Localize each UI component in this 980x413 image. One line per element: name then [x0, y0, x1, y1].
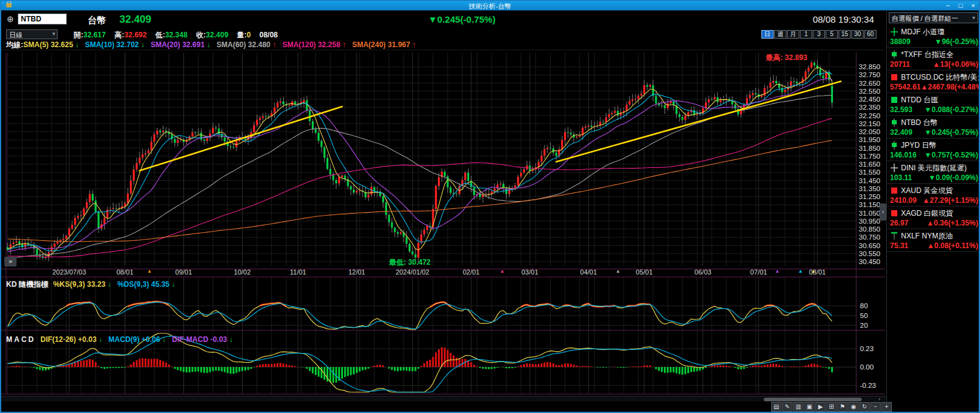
date-axis-label: 11/01 — [290, 268, 306, 276]
watchlist-item[interactable]: NTBD 台幣32.409▼0.245(-0.75%) — [887, 116, 980, 138]
quote-change: ▲0.08(+0.11%) — [927, 241, 978, 250]
sma-legend-item: SMA(120) 32.258 ↑ — [282, 40, 346, 49]
indicator-value: MACD(9) +0.06 ↓ — [108, 335, 166, 344]
app-window: 技術分析-台幣 − □ × ⊕ 台幣 32.409 ▼0.245(-0.75%)… — [0, 0, 980, 413]
quote-value: 20711 — [890, 60, 910, 69]
period-dropdown[interactable]: 日線 ▾ — [6, 29, 58, 39]
ohlc-value: 32.617 — [83, 31, 106, 39]
refresh-icon[interactable]: ↻ — [859, 402, 870, 412]
watchlist-item[interactable]: XAUD 黃金現貨2410.09▲27.29(+1.15%) — [887, 184, 980, 206]
rewind-button[interactable]: » — [4, 257, 17, 267]
timeframe-button-週[interactable]: 週 — [774, 30, 786, 39]
watchlist-item-name-row: DINI 美元指數(延遲) — [890, 163, 978, 173]
price-axis-label: 30.850 — [859, 225, 880, 233]
trend-arrow-icon: ↓ — [162, 335, 166, 344]
watchlist-sidebar: 自選報價 / 自選群組一 ▾ MDJF 小道瓊38809▼96(-0.25%)*… — [886, 11, 980, 413]
quote-value: 75.31 — [890, 241, 908, 250]
watchlist-item[interactable]: *TXFF 台指近全20711▲13(+0.06%) — [887, 48, 980, 70]
indicator-value: DIF(12-26) +0.03 ↓ — [40, 335, 102, 344]
draw-icon[interactable]: ✎ — [782, 402, 793, 412]
timeframe-button-60[interactable]: 60 — [864, 30, 876, 39]
scroll-right-icon[interactable]: › — [878, 396, 880, 402]
window-title: 技術分析-台幣 — [1, 2, 979, 11]
add-symbol-icon[interactable]: ⊕ — [7, 14, 14, 24]
instrument-label: *TXFF 台指近全 — [901, 50, 954, 60]
price-chart-canvas[interactable]: 32.85032.75032.65032.55032.45032.35032.2… — [1, 50, 886, 396]
zoom-in-icon[interactable]: + — [881, 402, 892, 412]
cursor-icon[interactable]: ▶ — [815, 402, 826, 412]
sidebar-collapse-handle[interactable]: › — [880, 203, 886, 221]
quote-change: ▲13(+0.06%) — [933, 60, 978, 69]
watchlist-item[interactable]: NTDD 台匯32.593▼0.088(-0.27%) — [887, 93, 980, 116]
label-icon[interactable]: ▥ — [793, 402, 804, 412]
watchlist-item[interactable]: XAGD 白銀現貨26.97▲0.36(+1.35%) — [887, 206, 980, 229]
timeframe-button-月[interactable]: 月 — [787, 30, 799, 39]
indicator-value: DIF-MACD -0.03 ↓ — [172, 335, 233, 344]
hscrollbar-thumb[interactable] — [764, 398, 862, 401]
ohlc-value: 32.348 — [165, 31, 187, 39]
quote-change: ▼0.09(-0.09%) — [929, 173, 978, 182]
symbol-input[interactable] — [18, 13, 67, 25]
print-icon[interactable]: ▣ — [804, 402, 815, 412]
price-axis-label: 30.550 — [859, 250, 880, 257]
trend-arrow-icon: ↓ — [107, 280, 111, 289]
quote-change: ▲0.36(+1.35%) — [927, 219, 978, 227]
instrument-icon — [890, 73, 899, 81]
price-axis-label: 31.450 — [859, 177, 880, 184]
ohlc-value: 08/08 — [260, 31, 278, 39]
chart-hscrollbar[interactable]: › — [1, 396, 886, 401]
date-axis-label: 12/01 — [349, 268, 366, 276]
instrument-label: DINI 美元指數(延遲) — [901, 163, 967, 173]
watchlist-item-name-row: JPYD 日幣 — [890, 140, 978, 150]
timeframe-button-15[interactable]: 15 — [839, 30, 851, 39]
zoom-out-icon[interactable]: − — [870, 402, 881, 412]
ohlc-label: 高: — [115, 31, 124, 39]
watchlist-item-name-row: NTBD 台幣 — [890, 118, 978, 127]
price-change: ▼0.245(-0.75%) — [428, 14, 496, 25]
instrument-icon — [890, 209, 899, 218]
view-icon[interactable]: ◉ — [848, 402, 859, 412]
ohlc-field: 08/08 — [260, 31, 278, 39]
price-axis-label: 32.350 — [859, 104, 880, 111]
instrument-icon — [890, 96, 899, 104]
price-axis-label: 31.850 — [859, 145, 880, 152]
minimize-button[interactable]: − — [946, 1, 949, 10]
quote-value: 103.11 — [890, 173, 912, 182]
watchlist-item[interactable]: BTCUSD.DC 比特幣/美元57542.61▲2467.98(+4.48%) — [887, 70, 980, 93]
macd-axis-label: 0.00 — [860, 363, 873, 371]
timeframe-button-30[interactable]: 30 — [851, 30, 864, 39]
timeframe-button-1[interactable]: 1 — [800, 30, 812, 39]
ohlc-field: 量:0 — [237, 31, 251, 39]
timeframe-button-5[interactable]: 5 — [826, 30, 838, 39]
price-axis-label: 31.550 — [859, 169, 880, 176]
axis-marker-icon: ▲ — [775, 268, 780, 274]
maximize-button[interactable]: □ — [959, 1, 963, 10]
price-axis-label: 31.250 — [859, 193, 880, 200]
low-annotation: 最低: 30.472 — [389, 257, 431, 268]
date-axis-label: 02/01 — [462, 268, 480, 276]
trend-arrow-icon: ↓ — [141, 40, 145, 49]
grid-icon[interactable]: ⊞ — [826, 402, 837, 412]
watchlist-item[interactable]: MDJF 小道瓊38809▼96(-0.25%) — [887, 25, 980, 48]
notes-icon[interactable]: ▤ — [771, 402, 782, 412]
price-axis-label: 30.650 — [859, 242, 880, 249]
indicator-title: KD 隨機指標 — [6, 280, 48, 289]
date-axis-label: 06/03 — [695, 268, 712, 276]
watchlist-item[interactable]: NXLF NYM原油75.31▲0.08(+0.11%) — [887, 229, 980, 252]
timeframe-button-日[interactable]: 日 — [761, 30, 774, 39]
axis-marker-icon: ▲ — [798, 268, 803, 274]
flag-icon[interactable]: ⚑ — [837, 402, 848, 412]
watchlist-item[interactable]: DINI 美元指數(延遲)103.11▼0.09(-0.09%) — [887, 161, 980, 184]
quote-value: 146.016 — [890, 151, 916, 159]
watchlist-item-name-row: MDJF 小道瓊 — [890, 27, 978, 37]
watchlist-group-dropdown[interactable]: 自選報價 / 自選群組一 ▾ — [889, 12, 978, 23]
timeframe-button-3[interactable]: 3 — [813, 30, 825, 39]
quote-change: ▲2467.98(+4.48%) — [921, 83, 980, 91]
instrument-icon — [890, 28, 899, 36]
quote-change: ▼96(-0.25%) — [935, 37, 978, 46]
price-axis-label: 30.750 — [859, 233, 880, 241]
sma-legend-prefix: 均線: — [6, 40, 23, 49]
date-axis-label: 07/01 — [750, 268, 767, 276]
close-button[interactable]: × — [971, 1, 975, 10]
watchlist-item[interactable]: JPYD 日幣146.016▼0.757(-0.52%) — [887, 138, 980, 161]
